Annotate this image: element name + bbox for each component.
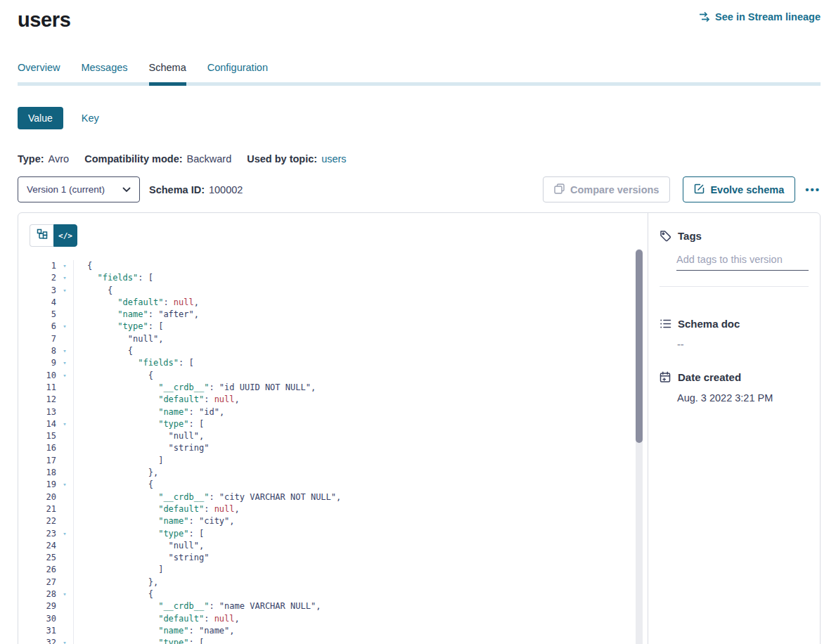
schema-doc-value: -- xyxy=(677,339,809,350)
more-options-button[interactable]: ••• xyxy=(805,183,821,195)
fold-arrow-icon[interactable]: ▾ xyxy=(56,260,73,272)
fold-arrow-icon[interactable]: ▾ xyxy=(56,285,73,297)
code-line: 25 "string" xyxy=(30,552,648,564)
fold-arrow-icon[interactable]: ▾ xyxy=(56,345,73,357)
code-line: 5 "name": "after", xyxy=(30,309,648,321)
schema-card: </> 1▾{2▾ "fields": [3▾ {4 "default": nu… xyxy=(18,212,821,644)
line-number: 15 xyxy=(30,430,56,442)
fold-arrow-icon[interactable]: ▾ xyxy=(56,321,73,333)
code-text: "name": "name", xyxy=(73,625,648,637)
fold-arrow-icon[interactable]: ▾ xyxy=(56,479,73,491)
type-label: Type: xyxy=(18,153,44,165)
topic-link[interactable]: users xyxy=(321,153,346,165)
tab-configuration[interactable]: Configuration xyxy=(207,62,268,86)
code-line: 20 "__crdb__": "city VARCHAR NOT NULL", xyxy=(30,491,648,503)
code-text: "null", xyxy=(73,333,648,345)
editor-scrollbar-thumb[interactable] xyxy=(636,250,643,443)
code-text: "name": "id", xyxy=(73,406,648,418)
line-number: 32 xyxy=(30,637,56,644)
code-line: 28▾ { xyxy=(30,588,648,600)
line-number: 30 xyxy=(30,613,56,625)
version-toolbar: Version 1 (current) Schema ID: 100002 Co… xyxy=(18,176,821,202)
code-line: 27 }, xyxy=(30,577,648,588)
fold-arrow-icon[interactable]: ▾ xyxy=(56,528,73,540)
code-line: 7 "null", xyxy=(30,333,648,345)
line-number: 28 xyxy=(30,588,56,600)
date-created-value: Aug. 3 2022 3:21 PM xyxy=(677,392,809,404)
line-number: 29 xyxy=(30,600,56,612)
key-toggle-button[interactable]: Key xyxy=(82,112,99,124)
code-line: 19▾ { xyxy=(30,479,648,491)
value-toggle-button[interactable]: Value xyxy=(18,107,63,129)
fold-gutter xyxy=(56,515,73,527)
evolve-schema-button[interactable]: Evolve schema xyxy=(683,176,795,202)
line-number: 12 xyxy=(30,394,56,406)
fold-arrow-icon[interactable]: ▾ xyxy=(56,357,73,369)
fold-arrow-icon[interactable]: ▾ xyxy=(56,418,73,430)
fold-gutter xyxy=(56,455,73,467)
code-text: }, xyxy=(73,577,648,588)
code-text: { xyxy=(73,260,648,272)
compare-versions-label: Compare versions xyxy=(570,184,660,195)
compare-versions-button[interactable]: Compare versions xyxy=(543,176,671,202)
line-number: 11 xyxy=(30,382,56,394)
fold-gutter xyxy=(56,540,73,552)
code-line: 4 "default": null, xyxy=(30,297,648,309)
add-tags-input[interactable] xyxy=(676,254,809,271)
code-line: 9▾ "fields": [ xyxy=(30,357,648,369)
fold-gutter xyxy=(56,430,73,442)
version-select-value: Version 1 (current) xyxy=(27,184,105,195)
fold-gutter xyxy=(56,577,73,588)
code-text: "fields": [ xyxy=(73,357,648,369)
fold-gutter xyxy=(56,503,73,515)
page-header: users See in Stream lineage xyxy=(0,0,836,31)
editor-view-toggle: </> xyxy=(30,224,648,247)
code-text: "default": null, xyxy=(73,394,648,406)
fold-arrow-icon[interactable]: ▾ xyxy=(56,272,73,284)
stream-lineage-link[interactable]: See in Stream lineage xyxy=(698,11,821,22)
code-line: 31 "name": "name", xyxy=(30,625,648,637)
code-view-button[interactable]: </> xyxy=(53,224,77,247)
schema-doc-heading: Schema doc xyxy=(678,318,740,330)
code-text: "string" xyxy=(73,442,648,454)
code-text: "default": null, xyxy=(73,503,648,515)
code-text: "type": [ xyxy=(73,321,648,333)
line-number: 19 xyxy=(30,479,56,491)
code-text: "type": [ xyxy=(73,418,648,430)
code-line: 32▾ "type": [ xyxy=(30,637,648,644)
fold-gutter xyxy=(56,333,73,345)
fold-gutter xyxy=(56,297,73,309)
evolve-schema-label: Evolve schema xyxy=(710,184,784,195)
line-number: 17 xyxy=(30,455,56,467)
schema-meta-row: Type: Avro Compatibility mode: Backward … xyxy=(18,153,836,165)
line-number: 8 xyxy=(30,345,56,357)
code-line: 14▾ "type": [ xyxy=(30,418,648,430)
code-line: 17 ] xyxy=(30,455,648,467)
fold-gutter xyxy=(56,442,73,454)
chevron-down-icon xyxy=(122,184,131,195)
code-line: 26 ] xyxy=(30,564,648,576)
schema-code-editor[interactable]: 1▾{2▾ "fields": [3▾ {4 "default": null,5… xyxy=(30,260,648,644)
used-by-topic-label: Used by topic: xyxy=(247,153,317,165)
line-number: 25 xyxy=(30,552,56,564)
tab-bar: OverviewMessagesSchemaConfiguration xyxy=(18,62,821,86)
code-line: 8▾ { xyxy=(30,345,648,357)
tab-schema[interactable]: Schema xyxy=(149,62,186,86)
tree-view-icon xyxy=(37,228,48,243)
editor-scrollbar[interactable] xyxy=(636,249,643,644)
tab-overview[interactable]: Overview xyxy=(18,62,60,86)
code-line: 10▾ { xyxy=(30,370,648,382)
code-text: "null", xyxy=(73,540,648,552)
line-number: 23 xyxy=(30,528,56,540)
fold-arrow-icon[interactable]: ▾ xyxy=(56,370,73,382)
version-select[interactable]: Version 1 (current) xyxy=(18,176,140,202)
line-number: 7 xyxy=(30,333,56,345)
tab-messages[interactable]: Messages xyxy=(81,62,127,86)
fold-arrow-icon[interactable]: ▾ xyxy=(56,588,73,600)
line-number: 21 xyxy=(30,503,56,515)
page-title: users xyxy=(18,8,70,31)
tags-heading: Tags xyxy=(678,230,702,242)
code-text: { xyxy=(73,370,648,382)
fold-arrow-icon[interactable]: ▾ xyxy=(56,637,73,644)
tree-view-button[interactable] xyxy=(30,224,53,247)
